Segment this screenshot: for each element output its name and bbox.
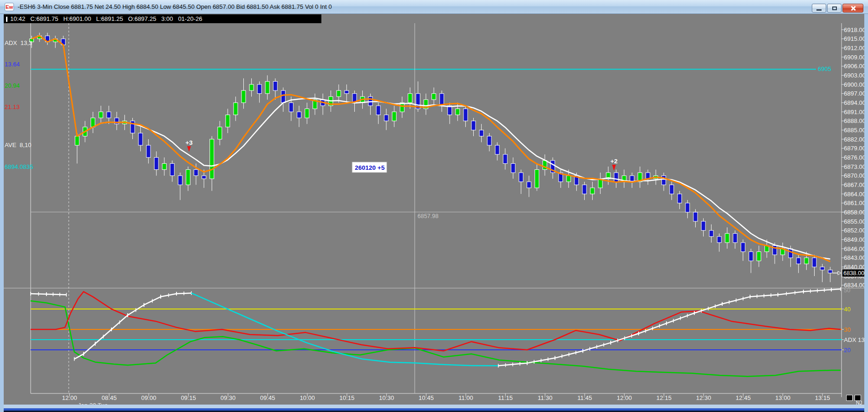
price-axis-label: 6876.00	[844, 154, 866, 161]
price-axis-label: 6858.00	[844, 209, 866, 216]
price-axis-label: 6900.00	[844, 81, 866, 88]
price-axis-label: 6867.00	[844, 181, 866, 188]
price-axis-label: 6852.00	[844, 227, 866, 234]
candle	[519, 173, 523, 182]
candle	[107, 112, 111, 118]
candle	[305, 109, 309, 118]
study-value-adx: 13.64	[5, 61, 33, 68]
candle	[590, 188, 594, 194]
time-axis-label: 09:30	[221, 394, 236, 401]
price-axis-label: 6912.00	[844, 45, 866, 52]
candle	[741, 243, 745, 252]
corner-button-1[interactable]	[846, 395, 853, 401]
candle	[471, 121, 476, 130]
time-axis-label: 11:45	[577, 394, 592, 401]
price-axis-label: 6918.00	[844, 26, 866, 33]
time-axis-label: 12:00	[62, 394, 77, 401]
candle	[789, 249, 793, 258]
candle	[463, 109, 468, 121]
candle	[273, 81, 277, 90]
candle	[804, 258, 809, 264]
time-axis-label: 11:30	[538, 394, 553, 401]
down-arrow-icon	[612, 165, 616, 171]
price-axis-label: 6870.00	[844, 172, 866, 179]
window-title: -ESH6 3-Min Close 6881.75 Net 24.50 High…	[18, 3, 332, 10]
last-price-label: 6838.00	[843, 270, 864, 277]
candle	[75, 136, 79, 145]
minimize-button[interactable]	[812, 4, 826, 13]
candle	[194, 170, 198, 176]
annotation-plus3[interactable]: +3	[185, 139, 193, 152]
close-button[interactable]	[842, 4, 863, 13]
candle	[495, 145, 499, 154]
price-axis-label: 6846.00	[844, 245, 866, 252]
adx-ref-label: 40	[844, 306, 850, 313]
candle	[226, 115, 230, 127]
candle	[170, 163, 174, 175]
candle	[218, 127, 222, 139]
price-axis-label: 6897.00	[844, 90, 866, 97]
candle	[709, 231, 713, 237]
candle	[567, 176, 571, 182]
price-axis-label: 6843.00	[844, 254, 866, 261]
candle	[241, 90, 246, 103]
price-axis-label: 6906.00	[844, 63, 866, 70]
alert-line-label: 6905	[818, 65, 831, 72]
candles-layer	[30, 33, 833, 283]
candle	[432, 94, 436, 100]
candle	[725, 233, 729, 243]
time-axis-label: 12:30	[696, 394, 711, 401]
candle	[614, 173, 618, 182]
price-axis-label: 6879.00	[844, 145, 866, 152]
candle	[154, 157, 158, 169]
candle	[384, 115, 388, 121]
marker-label: +3	[185, 139, 193, 146]
time-axis-label: 10:30	[379, 394, 394, 401]
price-axis-label: 6861.00	[844, 200, 866, 206]
study-label-ave: AVE 8,10	[5, 142, 33, 148]
price-axis-label: 6885.00	[844, 127, 866, 134]
candle	[812, 258, 816, 267]
price-axis-label: 6849.00	[844, 236, 866, 243]
time-axis-label: 11:00	[458, 394, 473, 401]
candle	[408, 94, 412, 103]
price-axis-label: 6891.00	[844, 109, 866, 116]
adx-panel-layer: 504030ADX 13,320	[31, 287, 868, 376]
down-arrow-icon	[187, 146, 191, 152]
candle	[535, 170, 539, 188]
candle	[582, 185, 587, 194]
candle	[479, 130, 483, 136]
candle	[796, 258, 801, 264]
price-axis-label: 6888.00	[844, 117, 866, 124]
candle	[662, 176, 666, 185]
adx-scale-label: 50	[844, 287, 850, 294]
trade-box-label: 260120 +5	[355, 164, 385, 171]
candle	[701, 221, 705, 231]
title-bar[interactable]: Ew -ESH6 3-Min Close 6881.75 Net 24.50 H…	[0, 0, 868, 14]
price-axis-label: 6915.00	[844, 35, 866, 42]
time-axis-label: 10:15	[339, 394, 355, 401]
corner-initials: NJ	[856, 400, 862, 406]
candle	[392, 112, 396, 121]
window-border-left	[0, 14, 4, 412]
maximize-icon	[832, 6, 837, 10]
candle	[178, 176, 182, 185]
time-axis-label: 13:00	[775, 394, 790, 401]
candle	[234, 103, 238, 115]
maximize-button[interactable]	[827, 4, 842, 13]
candle	[749, 252, 753, 261]
candle	[670, 185, 674, 194]
chart-canvas[interactable]: 69056857.986918.006915.006912.006909.006…	[0, 0, 868, 412]
study-label-adx: ADX 13,3	[5, 39, 33, 46]
time-axis-label: 09:00	[141, 394, 157, 401]
candle	[297, 112, 301, 118]
annotation-trade-box[interactable]: 260120 +5	[352, 162, 387, 173]
candle	[162, 163, 166, 169]
candle	[210, 139, 214, 179]
price-axis-label: 6864.00	[844, 191, 866, 198]
candle	[757, 252, 761, 261]
cursor-readout-bar: 10:42 C:6891.75 H:6901.00 L:6891.25 O:68…	[4, 14, 321, 23]
annotation-plus2[interactable]: +2	[610, 158, 617, 171]
candle	[337, 90, 341, 97]
candle	[527, 182, 531, 188]
